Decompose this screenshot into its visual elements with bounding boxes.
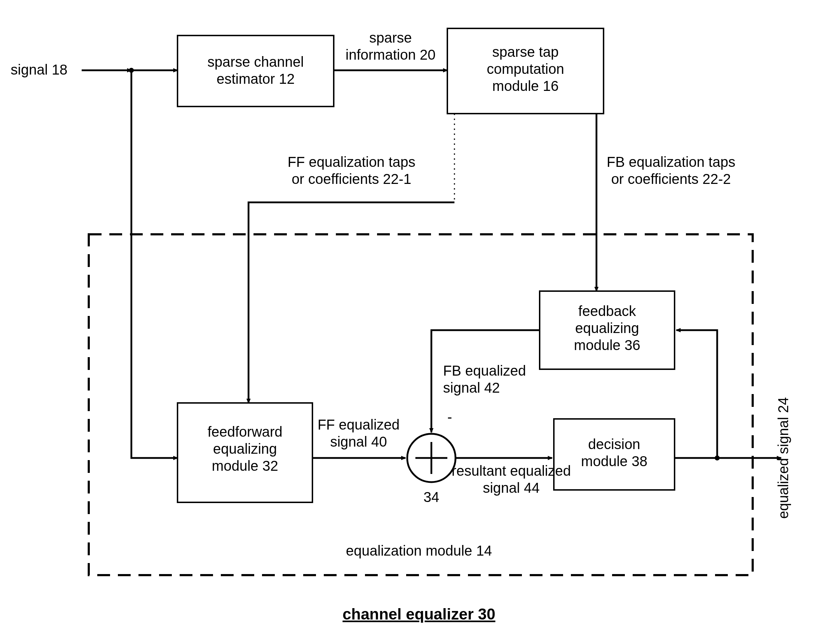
eq-module-label: equalization module 14 xyxy=(346,543,492,558)
resultant-line1: resultant equalized xyxy=(452,463,571,478)
signal-input-label: signal 18 xyxy=(11,62,67,77)
ff-taps-line2: or coefficients 22-1 xyxy=(291,171,411,187)
minus-sign: - xyxy=(447,409,452,425)
fb-taps-line2: or coefficients 22-2 xyxy=(611,171,731,187)
box-decision-line2: module 38 xyxy=(581,453,648,469)
box-sparse-tap-line2: computation xyxy=(487,61,564,77)
fb-eq-line1: FB equalized xyxy=(443,363,526,379)
box-feedback-line1: feedback xyxy=(578,303,636,319)
box-feedforward-line2: equalizing xyxy=(213,441,277,457)
block-diagram: signal 18 sparse channel estimator 12 sp… xyxy=(0,0,818,644)
ff-eq-line2: signal 40 xyxy=(330,434,387,449)
box-feedback-line3: module 36 xyxy=(574,337,640,353)
arrow-feedback-loop xyxy=(676,330,717,458)
box-sparse-tap-line1: sparse tap xyxy=(492,44,559,60)
box-decision-line1: decision xyxy=(588,436,640,452)
box-estimator-line2: estimator 12 xyxy=(217,71,295,87)
box-feedforward-line1: feedforward xyxy=(207,424,282,440)
sparse-info-line2: information 20 xyxy=(345,47,435,63)
sparse-info-line1: sparse xyxy=(369,30,412,46)
sum-label: 34 xyxy=(424,489,440,505)
arrow-ff-taps xyxy=(248,202,455,403)
box-estimator-line1: sparse channel xyxy=(207,54,303,70)
fb-eq-line2: signal 42 xyxy=(443,380,500,396)
diagram-title: channel equalizer 30 xyxy=(343,605,495,623)
output-label: equalized signal 24 xyxy=(775,397,791,519)
ff-eq-line1: FF equalized xyxy=(317,417,400,432)
box-feedforward-line3: module 32 xyxy=(212,458,278,474)
arrow-input-down xyxy=(131,70,178,458)
box-feedback-line2: equalizing xyxy=(575,320,639,336)
box-sparse-tap-line3: module 16 xyxy=(492,78,559,94)
fb-taps-line1: FB equalization taps xyxy=(607,154,735,170)
resultant-line2: signal 44 xyxy=(483,480,540,495)
ff-taps-line1: FF equalization taps xyxy=(288,154,415,170)
